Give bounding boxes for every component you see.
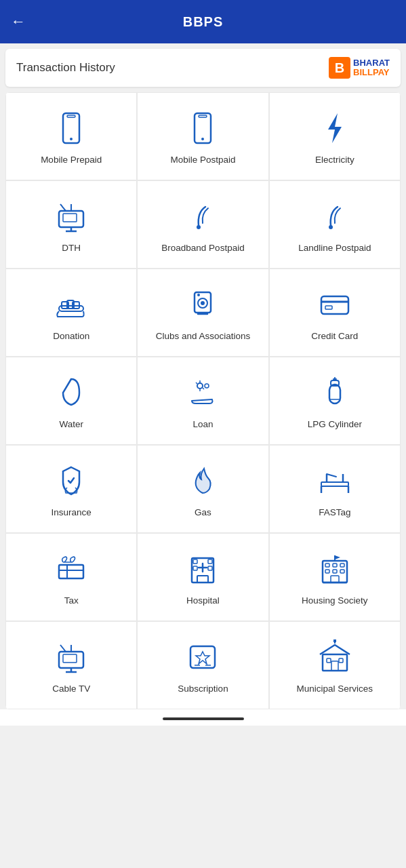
svg-rect-26 (325, 306, 332, 309)
svg-marker-6 (328, 113, 342, 143)
electricity-label: Electricity (315, 154, 354, 166)
svg-rect-79 (331, 661, 338, 671)
grid-item-clubs-associations[interactable]: Clubs and Associations (137, 269, 268, 357)
lpg-cylinder-icon (316, 374, 354, 412)
svg-point-14 (329, 225, 333, 229)
municipal-services-label: Municipal Services (297, 683, 373, 695)
grid-item-credit-card[interactable]: Credit Card (269, 269, 401, 357)
subscription-icon (184, 638, 222, 676)
landline-postpaid-icon (316, 197, 354, 235)
grid-item-landline-postpaid[interactable]: Landline Postpaid (269, 180, 401, 269)
svg-point-32 (205, 384, 209, 388)
water-icon (52, 374, 90, 412)
bottom-indicator (163, 717, 244, 720)
grid-item-mobile-prepaid[interactable]: Mobile Prepaid (5, 92, 137, 180)
svg-rect-64 (331, 576, 339, 583)
insurance-label: Insurance (52, 507, 92, 519)
cable-tv-label: Cable TV (52, 683, 90, 695)
logo-text: BHARAT BILLPAY (353, 58, 390, 78)
mobile-postpaid-icon (184, 109, 222, 147)
grid-item-electricity[interactable]: Electricity (269, 92, 401, 180)
grid-item-tax[interactable]: Tax (5, 533, 137, 621)
grid-item-donation[interactable]: Donation (5, 269, 137, 357)
municipal-services-icon (316, 638, 354, 676)
grid-item-lpg-cylinder[interactable]: LPG Cylinder (269, 357, 401, 445)
fastag-label: FASTag (319, 507, 350, 519)
back-button[interactable]: ← (11, 13, 26, 31)
credit-card-label: Credit Card (311, 330, 358, 342)
grid-item-municipal-services[interactable]: Municipal Services (269, 621, 401, 709)
grid-item-insurance[interactable]: Insurance (5, 445, 137, 533)
svg-rect-54 (193, 566, 197, 570)
broadband-postpaid-icon (184, 197, 222, 235)
svg-point-27 (197, 383, 203, 389)
bharat-billpay-logo: B BHARAT BILLPAY (329, 57, 390, 79)
grid-item-housing-society[interactable]: Housing Society (269, 533, 401, 621)
grid-item-gas[interactable]: Gas (137, 445, 268, 533)
svg-line-41 (327, 474, 336, 477)
grid-item-water[interactable]: Water (5, 357, 137, 445)
svg-rect-81 (333, 639, 336, 642)
insurance-icon (52, 462, 90, 500)
svg-line-31 (203, 388, 204, 389)
svg-marker-73 (196, 652, 209, 664)
grid-item-cable-tv[interactable]: Cable TV (5, 621, 137, 709)
svg-rect-77 (327, 658, 331, 663)
clubs-associations-label: Clubs and Associations (156, 330, 251, 342)
svg-line-70 (60, 645, 66, 652)
dth-icon (52, 197, 90, 235)
svg-rect-78 (339, 658, 343, 663)
grid-item-hospital[interactable]: Hospital (137, 533, 268, 621)
tax-icon (52, 550, 90, 588)
mobile-prepaid-label: Mobile Prepaid (41, 154, 102, 166)
fastag-icon (316, 462, 354, 500)
svg-rect-67 (63, 654, 77, 663)
transaction-history-bar[interactable]: Transaction History B BHARAT BILLPAY (5, 49, 401, 87)
svg-rect-58 (325, 564, 329, 567)
svg-rect-52 (193, 559, 197, 564)
svg-line-11 (60, 204, 66, 211)
subscription-label: Subscription (178, 683, 228, 695)
electricity-icon (316, 109, 354, 147)
svg-point-21 (201, 301, 205, 305)
grid-item-loan[interactable]: Loan (137, 357, 268, 445)
svg-rect-1 (67, 115, 75, 117)
gas-icon (184, 462, 222, 500)
clubs-associations-icon (184, 285, 222, 323)
grid-item-fastag[interactable]: FASTag (269, 445, 401, 533)
svg-point-2 (70, 138, 73, 140)
landline-postpaid-label: Landline Postpaid (298, 242, 371, 254)
water-label: Water (59, 418, 83, 431)
donation-label: Donation (53, 330, 89, 342)
svg-rect-4 (199, 115, 207, 117)
svg-point-22 (197, 294, 200, 296)
hospital-icon (184, 550, 222, 588)
header: ← BBPS (0, 0, 406, 43)
donation-icon (52, 285, 90, 323)
logo-b-icon: B (329, 57, 350, 79)
housing-society-label: Housing Society (302, 595, 368, 607)
grid-item-dth[interactable]: DTH (5, 180, 137, 269)
svg-rect-24 (321, 296, 348, 314)
svg-rect-56 (323, 561, 347, 583)
lpg-cylinder-label: LPG Cylinder (308, 418, 362, 431)
svg-rect-8 (63, 214, 77, 222)
svg-rect-51 (197, 576, 208, 583)
svg-rect-76 (323, 654, 347, 671)
broadband-postpaid-label: Broadband Postpaid (161, 242, 244, 254)
mobile-prepaid-icon (52, 109, 90, 147)
svg-rect-63 (340, 570, 344, 573)
svg-rect-59 (333, 564, 337, 567)
gas-label: Gas (195, 507, 211, 519)
housing-society-icon (316, 550, 354, 588)
loan-icon (184, 374, 222, 412)
grid-item-subscription[interactable]: Subscription (137, 621, 268, 709)
service-grid: Mobile Prepaid Mobile Postpaid Electrici… (5, 92, 401, 709)
grid-item-mobile-postpaid[interactable]: Mobile Postpaid (137, 92, 268, 180)
mobile-postpaid-label: Mobile Postpaid (170, 154, 235, 166)
svg-rect-60 (340, 564, 344, 567)
svg-rect-44 (59, 565, 83, 578)
bottom-bar (0, 709, 406, 726)
grid-item-broadband-postpaid[interactable]: Broadband Postpaid (137, 180, 268, 269)
svg-rect-38 (321, 482, 348, 486)
